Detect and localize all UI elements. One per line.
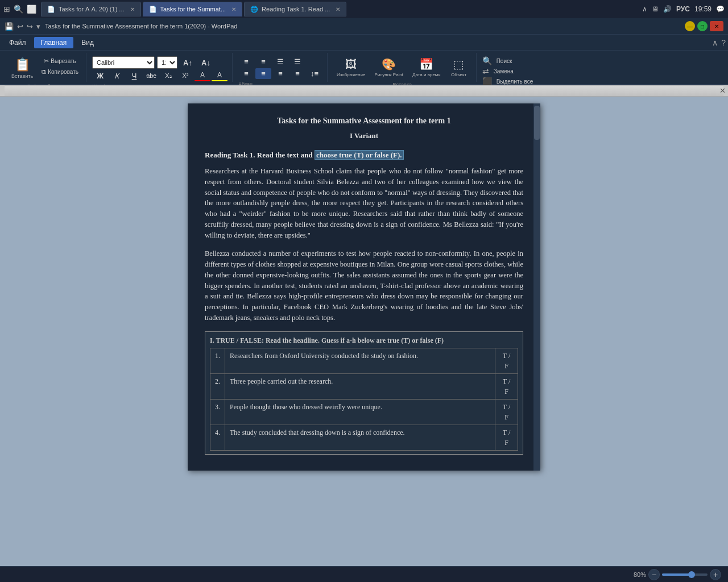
decrease-indent-button[interactable]: ≡ xyxy=(255,56,271,67)
tab1-icon: 📄 xyxy=(47,6,55,13)
font-size-select[interactable]: 11 xyxy=(157,56,177,69)
help-icon[interactable]: ? xyxy=(721,38,726,47)
minimize-button[interactable]: — xyxy=(685,21,695,31)
taskbar-tab-3[interactable]: 🌐 Reading Task 1. Read ... ✕ xyxy=(244,2,346,16)
copy-icon: ⧉ xyxy=(42,68,46,76)
insert-paint-button[interactable]: 🎨 Рисунок Paint xyxy=(371,55,407,80)
close-button[interactable]: ✕ xyxy=(710,21,723,31)
selectall-button[interactable]: Выделить все xyxy=(494,77,536,86)
replace-button[interactable]: Замена xyxy=(491,67,516,76)
more-para-button[interactable]: ☰ xyxy=(289,56,305,67)
tab2-icon: 📄 xyxy=(149,6,157,13)
search-icon[interactable]: 🔍 xyxy=(14,5,23,14)
copy-button[interactable]: ⧉ Копировать xyxy=(39,67,81,77)
increase-font-button[interactable]: A↑ xyxy=(180,57,196,68)
copy-label: Копировать xyxy=(48,69,78,75)
subscript-button[interactable]: X₂ xyxy=(160,71,176,81)
ruler-close-button[interactable]: ✕ xyxy=(719,86,726,95)
font-color-button[interactable]: A xyxy=(195,70,210,81)
document-subtitle: I Variant xyxy=(205,130,523,142)
language-indicator[interactable]: РУС xyxy=(676,5,690,13)
section-box: I. TRUE / FALSE: Read the headline. Gues… xyxy=(205,331,523,455)
strikethrough-button[interactable]: abc xyxy=(143,71,159,80)
section-box-header: I. TRUE / FALSE: Read the headline. Gues… xyxy=(210,335,518,346)
row1-num: 1. xyxy=(210,348,225,373)
menu-home[interactable]: Главная xyxy=(34,37,74,48)
image-label: Изображение xyxy=(337,72,365,77)
tab2-label: Tasks for the Summat... xyxy=(160,6,226,13)
paint-label: Рисунок Paint xyxy=(374,72,403,77)
windows-icon[interactable]: ⊞ xyxy=(3,5,10,14)
undo-icon[interactable]: ↩ xyxy=(17,22,23,31)
paste-label: Вставить xyxy=(11,73,33,79)
insert-image-button[interactable]: 🖼 Изображение xyxy=(333,56,369,80)
taskbar-tab-2[interactable]: 📄 Tasks for the Summat... ✕ xyxy=(143,2,243,16)
taskbar-tab-1[interactable]: 📄 Tasks for А А. 20) (1) ... ✕ xyxy=(41,2,141,16)
scrollbar-thumb[interactable] xyxy=(534,106,540,140)
document-scrollbar[interactable] xyxy=(533,103,540,471)
insert-datetime-button[interactable]: 📅 Дата и время xyxy=(409,55,444,80)
document: Tasks for the Summative Assessment for t… xyxy=(188,103,540,471)
zoom-slider-fill xyxy=(662,573,692,576)
menu-file[interactable]: Файл xyxy=(2,37,33,48)
ruler-area: ✕ xyxy=(0,85,728,97)
decrease-font-button[interactable]: A↓ xyxy=(198,57,214,68)
align-left-button[interactable]: ≡ xyxy=(238,68,254,79)
tab3-label: Reading Task 1. Read ... xyxy=(262,6,330,13)
zoom-label: 80% xyxy=(634,571,646,578)
superscript-button[interactable]: X² xyxy=(177,71,193,80)
zoom-plus-button[interactable]: + xyxy=(710,569,721,580)
datetime-label: Дата и время xyxy=(412,72,441,77)
underline-button[interactable]: Ч xyxy=(126,70,142,81)
redo-icon[interactable]: ↪ xyxy=(27,22,33,31)
taskview-icon[interactable]: ⬜ xyxy=(27,5,36,14)
paste-button[interactable]: 📋 Вставить xyxy=(8,55,36,81)
row1-tf: T / F xyxy=(495,348,518,373)
paint-icon: 🎨 xyxy=(382,57,396,71)
paragraph-2: Bellezza conducted a number of experimen… xyxy=(205,248,523,323)
notification-icon[interactable]: 💬 xyxy=(716,5,725,13)
line-spacing-button[interactable]: ↕≡ xyxy=(307,68,322,79)
find-button[interactable]: Поиск xyxy=(494,57,515,65)
save-icon[interactable]: 💾 xyxy=(5,22,14,31)
align-right-button[interactable]: ≡ xyxy=(272,68,288,79)
tab3-close[interactable]: ✕ xyxy=(336,6,340,13)
row2-num: 2. xyxy=(210,373,225,399)
toolbar-clipboard-group: 📋 Вставить ✂ Вырезать ⧉ Копировать Буфер… xyxy=(3,53,86,82)
zoom-slider-thumb[interactable] xyxy=(688,571,695,578)
align-center-button[interactable]: ≡ xyxy=(255,68,271,79)
chevron-icon[interactable]: ∧ xyxy=(642,5,647,13)
tab2-close[interactable]: ✕ xyxy=(231,6,236,13)
task-heading: Reading Task 1. Read the text and choose… xyxy=(205,149,523,161)
tf-table: 1. Researchers from Oxford University co… xyxy=(210,348,518,451)
dropdown-icon[interactable]: ▾ xyxy=(36,22,40,31)
bullets-button[interactable]: ☰ xyxy=(272,56,288,67)
taskbar-tabs: 📄 Tasks for А А. 20) (1) ... ✕ 📄 Tasks f… xyxy=(41,2,640,16)
row4-tf: T / F xyxy=(495,425,518,450)
menu-view[interactable]: Вид xyxy=(75,37,101,48)
paste-icon: 📋 xyxy=(15,57,30,72)
cut-icon: ✂ xyxy=(44,57,49,65)
toolbar-edit-group: 🔍 Поиск ⇄ Замена ⬛ Выделить все Правка xyxy=(478,53,541,82)
cut-button[interactable]: ✂ Вырезать xyxy=(39,56,81,66)
justify-button[interactable]: ≡ xyxy=(289,68,305,79)
volume-icon[interactable]: 🔊 xyxy=(663,5,672,13)
collapse-icon[interactable]: ∧ xyxy=(712,38,718,47)
zoom-minus-button[interactable]: − xyxy=(648,569,660,580)
tab1-close[interactable]: ✕ xyxy=(130,6,135,13)
bold-button[interactable]: Ж xyxy=(92,70,108,81)
highlight-button[interactable]: A xyxy=(212,70,228,81)
selectall-label: Выделить все xyxy=(497,78,533,85)
table-row: 1. Researchers from Oxford University co… xyxy=(210,348,518,373)
taskbar-right: ∧ 🖥 🔊 РУС 19:59 💬 xyxy=(642,5,725,13)
monitor-icon[interactable]: 🖥 xyxy=(652,5,659,13)
maximize-button[interactable]: □ xyxy=(697,21,708,31)
zoom-slider[interactable] xyxy=(662,573,708,576)
object-icon: ⬚ xyxy=(453,57,464,71)
insert-object-button[interactable]: ⬚ Объект xyxy=(446,55,471,80)
taskbar-system-icons: ⊞ 🔍 ⬜ xyxy=(3,5,36,14)
italic-button[interactable]: К xyxy=(109,70,125,81)
row2-tf: T / F xyxy=(495,373,518,399)
increase-indent-button[interactable]: ≡ xyxy=(238,56,254,67)
font-family-select[interactable]: Calibri xyxy=(92,56,155,69)
